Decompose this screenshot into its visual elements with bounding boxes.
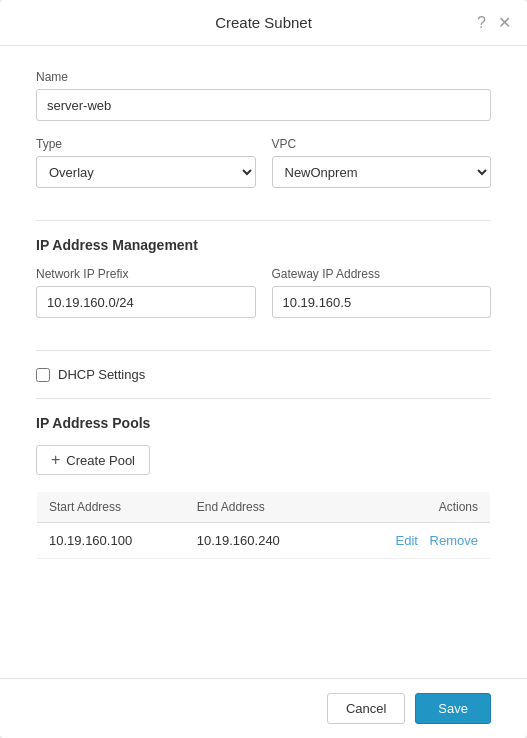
divider-1 bbox=[36, 220, 491, 221]
name-label: Name bbox=[36, 70, 491, 84]
vpc-label: VPC bbox=[272, 137, 492, 151]
pools-table-head: Start Address End Address Actions bbox=[37, 492, 491, 523]
end-address-cell: 10.19.160.240 bbox=[185, 523, 333, 559]
divider-3 bbox=[36, 398, 491, 399]
table-row: 10.19.160.100 10.19.160.240 Edit Remove bbox=[37, 523, 491, 559]
plus-icon: + bbox=[51, 452, 60, 468]
header-actions: ? ✕ bbox=[477, 15, 511, 31]
remove-link[interactable]: Remove bbox=[430, 533, 478, 548]
modal-header: Create Subnet ? ✕ bbox=[0, 0, 527, 46]
name-group: Name bbox=[36, 70, 491, 121]
edit-link[interactable]: Edit bbox=[396, 533, 418, 548]
pools-table-body: 10.19.160.100 10.19.160.240 Edit Remove bbox=[37, 523, 491, 619]
start-address-cell: 10.19.160.100 bbox=[37, 523, 185, 559]
close-icon[interactable]: ✕ bbox=[498, 15, 511, 31]
network-prefix-group: Network IP Prefix bbox=[36, 267, 256, 318]
empty-row bbox=[37, 559, 491, 619]
modal-body: Name Type Overlay VLAN Flat VPC bbox=[0, 46, 527, 678]
type-group: Type Overlay VLAN Flat bbox=[36, 137, 256, 188]
pools-table: Start Address End Address Actions 10.19.… bbox=[36, 491, 491, 619]
help-icon[interactable]: ? bbox=[477, 15, 486, 31]
pools-table-header-row: Start Address End Address Actions bbox=[37, 492, 491, 523]
dhcp-row: DHCP Settings bbox=[36, 367, 491, 382]
vpc-group: VPC NewOnprem Default bbox=[272, 137, 492, 188]
network-prefix-label: Network IP Prefix bbox=[36, 267, 256, 281]
save-button[interactable]: Save bbox=[415, 693, 491, 724]
type-col: Type Overlay VLAN Flat bbox=[36, 137, 256, 204]
modal-footer: Cancel Save bbox=[0, 678, 527, 738]
vpc-col: VPC NewOnprem Default bbox=[272, 137, 492, 204]
dhcp-checkbox[interactable] bbox=[36, 368, 50, 382]
create-pool-label: Create Pool bbox=[66, 453, 135, 468]
type-vpc-row: Type Overlay VLAN Flat VPC NewOnprem Def… bbox=[36, 137, 491, 204]
network-prefix-col: Network IP Prefix bbox=[36, 267, 256, 334]
ip-management-section: IP Address Management Network IP Prefix … bbox=[36, 237, 491, 334]
gateway-ip-input[interactable] bbox=[272, 286, 492, 318]
type-select[interactable]: Overlay VLAN Flat bbox=[36, 156, 256, 188]
empty-cell bbox=[37, 559, 491, 619]
gateway-ip-group: Gateway IP Address bbox=[272, 267, 492, 318]
gateway-ip-label: Gateway IP Address bbox=[272, 267, 492, 281]
col-start-address: Start Address bbox=[37, 492, 185, 523]
ip-pools-section: IP Address Pools + Create Pool Start Add… bbox=[36, 415, 491, 619]
create-pool-button[interactable]: + Create Pool bbox=[36, 445, 150, 475]
divider-2 bbox=[36, 350, 491, 351]
type-label: Type bbox=[36, 137, 256, 151]
ip-management-title: IP Address Management bbox=[36, 237, 491, 253]
cancel-button[interactable]: Cancel bbox=[327, 693, 405, 724]
network-prefix-input[interactable] bbox=[36, 286, 256, 318]
modal-title: Create Subnet bbox=[215, 14, 312, 31]
ip-pools-title: IP Address Pools bbox=[36, 415, 491, 431]
create-subnet-modal: Create Subnet ? ✕ Name Type Overlay VLAN… bbox=[0, 0, 527, 738]
ip-fields-row: Network IP Prefix Gateway IP Address bbox=[36, 267, 491, 334]
dhcp-label: DHCP Settings bbox=[58, 367, 145, 382]
vpc-select[interactable]: NewOnprem Default bbox=[272, 156, 492, 188]
gateway-ip-col: Gateway IP Address bbox=[272, 267, 492, 334]
name-input[interactable] bbox=[36, 89, 491, 121]
col-end-address: End Address bbox=[185, 492, 333, 523]
col-actions: Actions bbox=[332, 492, 490, 523]
actions-cell: Edit Remove bbox=[332, 523, 490, 559]
